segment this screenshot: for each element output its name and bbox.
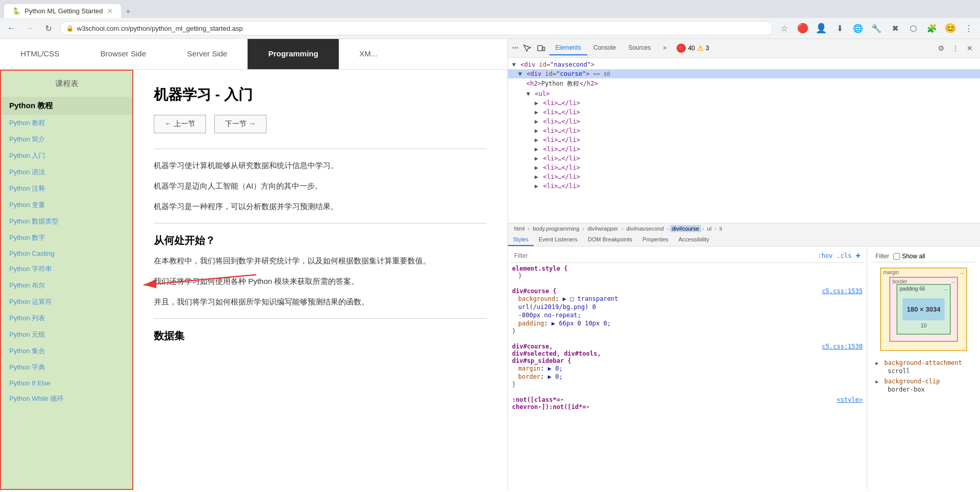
dom-line-1[interactable]: ▼ <div id="course"> == $0 xyxy=(508,69,980,78)
styles-tab-event-listeners[interactable]: Event Listeners xyxy=(534,234,583,246)
sidebar-item-4[interactable]: Python 注释 xyxy=(1,180,132,197)
breadcrumb-li[interactable]: li xyxy=(718,225,724,232)
css-source-2[interactable]: c5.css:1530 xyxy=(822,343,863,350)
devtools-settings-button[interactable]: ⚙ xyxy=(935,42,947,54)
dom-line-9[interactable]: ▶ <li>…</li> xyxy=(508,145,980,154)
nav-programming[interactable]: Programming xyxy=(248,39,339,69)
sidebar-item-12[interactable]: Python 列表 xyxy=(1,310,132,326)
breadcrumb-course[interactable]: div#course xyxy=(670,225,701,232)
css-prop-background-clip[interactable]: background-clip xyxy=(875,377,972,386)
dom-line-8[interactable]: ▶ <li>…</li> xyxy=(508,135,980,145)
css-prop-background-attachment[interactable]: background-attachment xyxy=(875,358,972,367)
devtools-tab-more[interactable]: » xyxy=(657,41,673,55)
active-tab[interactable]: 🐍 Python ML Getting Started ✕ xyxy=(4,4,121,18)
styles-tab-dom-breakpoints[interactable]: DOM Breakpoints xyxy=(583,234,638,246)
css-prop-background-clip-value: border-box xyxy=(875,386,972,393)
cls-button[interactable]: .cls xyxy=(836,252,851,259)
padding-minus[interactable]: – xyxy=(945,286,948,292)
styles-filter-input[interactable] xyxy=(514,252,814,259)
dom-line-12[interactable]: ▶ <li>…</li> xyxy=(508,172,980,181)
section2-paragraph-1: 在本教程中，我们将回到数学并研究统计学，以及如何根据数据集计算重要数值。 xyxy=(154,255,487,267)
sidebar-item-python-casting[interactable]: Python Casting xyxy=(1,246,132,261)
profile-avatar[interactable]: 😊 xyxy=(943,21,957,35)
css-source-3[interactable]: <style> xyxy=(836,396,863,403)
dom-line-5[interactable]: ▶ <li>…</li> xyxy=(508,108,980,117)
hov-button[interactable]: :hov xyxy=(818,252,833,259)
dom-line-11[interactable]: ▶ <li>…</li> xyxy=(508,163,980,172)
sidebar-item-9[interactable]: Python 字符串 xyxy=(1,261,132,277)
css-source-1[interactable]: c5.css:1535 xyxy=(822,288,863,295)
sidebar-item-6[interactable]: Python 数据类型 xyxy=(1,213,132,230)
reload-button[interactable]: ↻ xyxy=(41,21,55,35)
dom-line-13[interactable]: ▶ <li>…</li> xyxy=(508,181,980,191)
dom-tree[interactable]: ▼ <div id="navsecond"> ▼ <div id="course… xyxy=(508,58,980,223)
nav-xml[interactable]: XM... xyxy=(339,39,398,69)
prev-button[interactable]: ← 上一节 xyxy=(154,115,206,133)
border-minus[interactable]: – xyxy=(952,279,955,285)
vpn-icon[interactable]: 🌐 xyxy=(851,21,865,35)
sidebar-item-15[interactable]: Python 字典 xyxy=(1,359,132,376)
page-nav-buttons: ← 上一节 下一节 → xyxy=(154,115,487,133)
chrome-icon-1[interactable]: 🔴 xyxy=(795,21,810,35)
nav-html-css[interactable]: HTML/CSS xyxy=(0,39,80,69)
devtools-close-button[interactable]: ✕ xyxy=(964,42,976,54)
dom-triangle-3[interactable]: ▼ xyxy=(526,90,530,97)
sidebar-item-python-if-else[interactable]: Python If Else xyxy=(1,376,132,391)
dom-line-4[interactable]: ▶ <li>…</li> xyxy=(508,98,980,108)
devtools-tab-sources[interactable]: Sources xyxy=(622,41,657,55)
sidebar-item-17[interactable]: Python While 循环 xyxy=(1,391,132,407)
devtools-tab-elements[interactable]: Elements xyxy=(549,41,587,55)
device-toggle-button[interactable] xyxy=(535,42,547,54)
breadcrumb-body[interactable]: body.programming xyxy=(530,225,581,232)
styles-tab-properties[interactable]: Properties xyxy=(638,234,673,246)
nav-server-side[interactable]: Server Side xyxy=(167,39,248,69)
extension-icon-4[interactable]: 🧩 xyxy=(925,21,939,35)
extension-icon-3[interactable]: ⬡ xyxy=(906,21,921,35)
bookmark-button[interactable]: ☆ xyxy=(777,21,791,35)
profile-icon[interactable]: 👤 xyxy=(814,21,828,35)
address-bar[interactable]: 🔒 w3school.com.cn/python/python_ml_getti… xyxy=(59,21,773,35)
dom-triangle-0[interactable]: ▼ xyxy=(512,61,516,68)
sidebar-item-10[interactable]: Python 布尔 xyxy=(1,277,132,294)
sidebar-item-1[interactable]: Python 简介 xyxy=(1,131,132,148)
nav-browser-side[interactable]: Browser Side xyxy=(80,39,167,69)
breadcrumb-wrapper[interactable]: div#wrapper xyxy=(585,225,620,232)
dom-line-2[interactable]: <h2>Python 教程</h2> xyxy=(508,78,980,89)
new-tab-button[interactable]: + xyxy=(122,5,134,17)
breadcrumb-navsecond[interactable]: div#navsecond xyxy=(624,225,666,232)
breadcrumb-html[interactable]: html xyxy=(512,225,527,232)
margin-minus[interactable]: – xyxy=(961,270,964,276)
show-all-checkbox[interactable] xyxy=(893,253,900,260)
tab-close[interactable]: ✕ xyxy=(107,7,113,15)
devtools-dots[interactable]: ••• xyxy=(512,45,519,52)
devtools-more-button[interactable]: ⋮ xyxy=(949,42,962,54)
devtools-tab-console[interactable]: Console xyxy=(587,41,622,55)
extension-icon-2[interactable]: ✖ xyxy=(888,21,902,35)
sidebar-item-2[interactable]: Python 入门 xyxy=(1,148,132,164)
extension-icon-1[interactable]: 🔧 xyxy=(869,21,884,35)
dom-line-6[interactable]: ▶ <li>…</li> xyxy=(508,117,980,126)
download-icon[interactable]: ⬇ xyxy=(832,21,847,35)
inspect-element-button[interactable] xyxy=(521,42,533,54)
breadcrumb-ul[interactable]: ul xyxy=(705,225,714,232)
more-menu-button[interactable]: ⋮ xyxy=(962,21,976,35)
dom-line-0[interactable]: ▼ <div id="navsecond"> xyxy=(508,60,980,69)
sidebar-item-5[interactable]: Python 变量 xyxy=(1,197,132,213)
sidebar-item-14[interactable]: Python 集合 xyxy=(1,343,132,359)
sidebar-item-7[interactable]: Python 数字 xyxy=(1,230,132,246)
back-button[interactable]: ← xyxy=(4,21,18,35)
dom-line-3[interactable]: ▼ <ul> xyxy=(508,89,980,98)
sidebar-item-13[interactable]: Python 元组 xyxy=(1,326,132,343)
next-button[interactable]: 下一节 → xyxy=(214,115,267,133)
sidebar-item-3[interactable]: Python 语法 xyxy=(1,164,132,180)
add-style-button[interactable]: + xyxy=(855,251,861,260)
dom-line-7[interactable]: ▶ <li>…</li> xyxy=(508,126,980,135)
forward-button[interactable]: → xyxy=(23,21,37,35)
sidebar-item-11[interactable]: Python 运算符 xyxy=(1,294,132,310)
dom-line-10[interactable]: ▶ <li>…</li> xyxy=(508,154,980,163)
styles-tab-styles[interactable]: Styles xyxy=(508,234,534,246)
show-all-label[interactable]: Show all xyxy=(893,253,925,260)
styles-tab-accessibility[interactable]: Accessibility xyxy=(673,234,714,246)
dom-triangle-1[interactable]: ▼ xyxy=(518,70,522,77)
sidebar-item-0[interactable]: Python 教程 xyxy=(1,115,132,131)
